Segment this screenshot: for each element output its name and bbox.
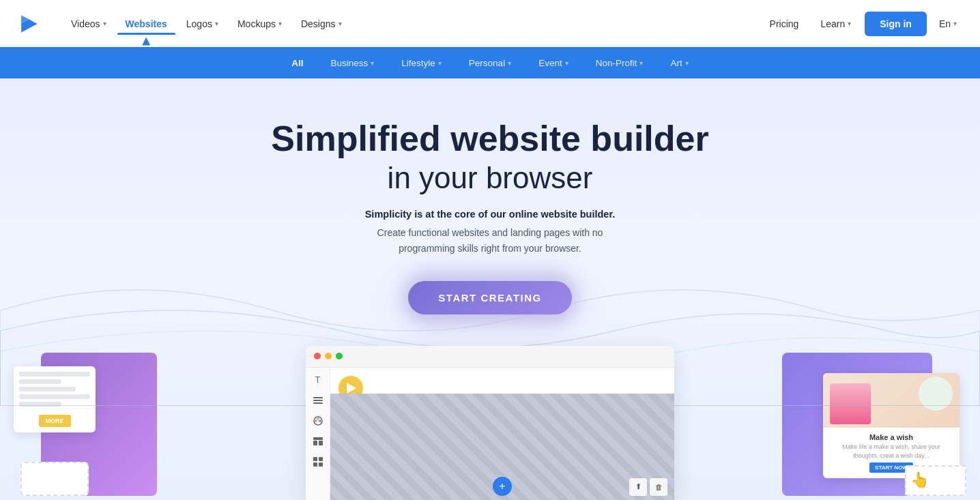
hero-subtitle-text: Create functional websites and landing p… xyxy=(14,225,966,256)
nav-websites-label: Websites xyxy=(126,18,167,29)
cat-art-label: Art xyxy=(670,58,682,68)
preview-right-image xyxy=(823,373,960,428)
hero-subtitle-bold: Simplicity is at the core of our online … xyxy=(14,209,966,220)
preview-right-title: Make a wish xyxy=(830,433,953,441)
nav-item-websites[interactable]: Websites xyxy=(117,13,175,35)
nav-item-mockups[interactable]: Mockups ▾ xyxy=(229,13,290,35)
nav-item-videos[interactable]: Videos ▾ xyxy=(63,13,115,35)
cat-event-label: Event xyxy=(538,58,562,68)
cat-lifestyle-label: Lifestyle xyxy=(401,58,435,68)
pricing-label: Pricing xyxy=(770,18,799,29)
nav-right: Pricing Learn ▾ Sign in En ▾ xyxy=(762,12,964,36)
window-dot-red xyxy=(314,353,321,359)
chevron-down-icon: ▾ xyxy=(215,20,218,27)
text-line-1 xyxy=(19,372,90,377)
signin-button[interactable]: Sign in xyxy=(865,12,927,36)
svg-rect-10 xyxy=(313,441,317,445)
chevron-down-icon: ▾ xyxy=(438,59,442,67)
cat-item-art[interactable]: Art ▾ xyxy=(657,47,702,78)
upload-icon[interactable]: ⬆ xyxy=(629,478,647,496)
svg-point-7 xyxy=(317,417,319,420)
flowers-decoration xyxy=(919,377,953,411)
chevron-down-icon: ▾ xyxy=(371,59,374,67)
chevron-down-icon: ▾ xyxy=(685,59,689,67)
logo[interactable] xyxy=(16,12,41,36)
cta-wrapper: START CREATING xyxy=(14,278,966,319)
svg-rect-14 xyxy=(313,462,317,467)
nav-logos-label: Logos xyxy=(186,18,212,29)
chevron-down-icon: ▾ xyxy=(508,59,511,67)
chevron-down-icon: ▾ xyxy=(848,20,851,27)
svg-rect-11 xyxy=(319,441,323,445)
cat-item-personal[interactable]: Personal ▾ xyxy=(455,47,525,78)
text-line-3 xyxy=(19,387,76,392)
learn-label: Learn xyxy=(820,18,845,29)
cat-item-business[interactable]: Business ▾ xyxy=(317,47,388,78)
preview-left-bottom-card xyxy=(20,462,89,496)
preview-right-content-card: Make a wish Make life a make a wish, sha… xyxy=(823,373,960,478)
svg-rect-15 xyxy=(319,462,323,467)
chevron-down-icon: ▾ xyxy=(338,20,342,27)
preview-editor-sidebar: T xyxy=(306,368,330,500)
svg-rect-3 xyxy=(313,400,323,401)
image-action-icons: ⬆ 🗑 xyxy=(629,478,667,496)
nav-mockups-wrapper: Mockups ▾ xyxy=(229,13,290,35)
chevron-down-icon: ▾ xyxy=(953,20,957,27)
cat-item-lifestyle[interactable]: Lifestyle ▾ xyxy=(388,47,455,78)
cta-glow: START CREATING xyxy=(408,278,572,319)
language-selector[interactable]: En ▾ xyxy=(932,13,964,35)
window-dot-yellow xyxy=(325,353,332,359)
nav-item-designs[interactable]: Designs ▾ xyxy=(293,13,350,35)
hero-title-light: in your browser xyxy=(14,161,966,195)
svg-rect-2 xyxy=(313,397,323,398)
cat-item-nonprofit[interactable]: Non-Profit ▾ xyxy=(582,47,657,78)
chevron-down-icon: ▾ xyxy=(103,20,106,27)
preview-titlebar xyxy=(306,346,674,368)
add-element-button[interactable]: + xyxy=(493,477,512,496)
nav-item-learn[interactable]: Learn ▾ xyxy=(812,13,859,35)
chevron-down-icon: ▾ xyxy=(565,59,568,67)
layout-icon[interactable] xyxy=(313,436,323,447)
cat-all-label: All xyxy=(291,58,303,68)
layers-icon[interactable] xyxy=(313,395,323,406)
chevron-down-icon: ▾ xyxy=(278,20,282,27)
preview-more-button[interactable]: MORE xyxy=(39,415,71,427)
play-icon xyxy=(347,383,356,394)
svg-rect-4 xyxy=(313,402,323,404)
delete-icon[interactable]: 🗑 xyxy=(650,478,667,496)
cat-item-event[interactable]: Event ▾ xyxy=(525,47,582,78)
logo-icon xyxy=(16,12,41,36)
preview-left-card: MORE xyxy=(14,353,157,500)
nav-designs-wrapper: Designs ▾ xyxy=(293,13,350,35)
preview-left-text-card: MORE xyxy=(14,366,96,432)
svg-rect-9 xyxy=(313,437,323,440)
cake-decoration xyxy=(830,383,871,424)
cat-nonprofit-label: Non-Profit xyxy=(596,58,637,68)
category-navigation: All Business ▾ Lifestyle ▾ Personal ▾ Ev… xyxy=(0,47,980,78)
nav-videos-wrapper: Videos ▾ xyxy=(63,13,115,35)
preview-center-body: T xyxy=(306,368,674,500)
svg-rect-13 xyxy=(319,457,323,461)
grid-icon[interactable] xyxy=(313,456,323,467)
preview-right-subtitle: Make life a make a wish, share yourthoug… xyxy=(830,443,953,460)
preview-background-image: + ⬆ 🗑 xyxy=(330,394,674,500)
svg-point-6 xyxy=(315,420,317,422)
text-line-5 xyxy=(19,402,61,407)
nav-item-logos[interactable]: Logos ▾ xyxy=(178,13,227,35)
hand-cursor-icon: 👆 xyxy=(910,471,929,489)
cat-item-all[interactable]: All xyxy=(278,47,317,78)
palette-icon[interactable] xyxy=(313,415,323,426)
text-tool-icon[interactable]: T xyxy=(313,374,323,385)
top-navigation: Videos ▾ Websites Logos ▾ Mockups ▾ Desi… xyxy=(0,0,980,47)
cat-personal-label: Personal xyxy=(469,58,505,68)
preview-right-card: Make a wish Make life a make a wish, sha… xyxy=(782,353,966,500)
start-creating-button[interactable]: START CREATING xyxy=(408,281,571,314)
cat-business-label: Business xyxy=(331,58,369,68)
hero-title-bold: Simplified website builder xyxy=(14,119,966,158)
nav-item-pricing[interactable]: Pricing xyxy=(762,13,807,35)
preview-canvas: + ⬆ 🗑 xyxy=(330,368,674,500)
chevron-down-icon: ▾ xyxy=(639,59,643,67)
nav-videos-label: Videos xyxy=(71,18,100,29)
preview-section: MORE T xyxy=(14,339,966,500)
signin-label: Sign in xyxy=(880,18,912,29)
